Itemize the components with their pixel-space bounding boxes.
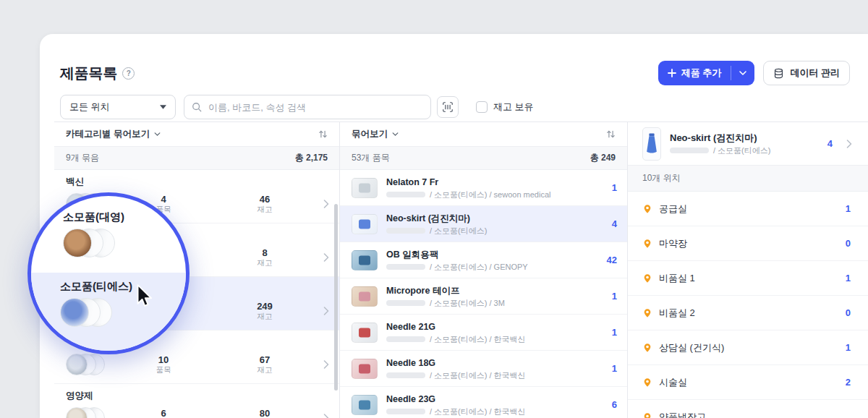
redacted-text bbox=[670, 148, 709, 153]
product-row[interactable]: Neo-skirt (검진치마)/ 소모품(티에스)4 bbox=[340, 206, 627, 242]
zoom-bubble: 소모품(대영) 소모품(티에스) bbox=[27, 192, 190, 354]
add-product-dropdown-button[interactable] bbox=[731, 61, 754, 85]
stock-count: 1 bbox=[612, 363, 617, 374]
redacted-text bbox=[386, 228, 425, 234]
scrollbar[interactable] bbox=[334, 204, 338, 391]
product-list: Nelaton 7 Fr/ 소모품(티에스) / sewoon medical1… bbox=[340, 170, 627, 418]
product-thumbnail bbox=[352, 323, 378, 343]
location-row[interactable]: 약품냉장고 bbox=[628, 400, 868, 418]
chevron-right-icon bbox=[323, 414, 329, 418]
sort-button[interactable] bbox=[605, 128, 617, 140]
location-pin-icon bbox=[642, 204, 652, 214]
help-icon[interactable]: ? bbox=[122, 67, 135, 80]
category-row[interactable]: 영양제6품목80재고 bbox=[54, 384, 339, 418]
chevron-right-icon bbox=[323, 360, 329, 369]
database-icon bbox=[773, 68, 784, 79]
header-actions: 제품 추가 데이터 관리 bbox=[658, 61, 850, 85]
add-product-button[interactable]: 제품 추가 bbox=[658, 61, 731, 85]
product-thumbnail bbox=[352, 250, 378, 270]
selected-product-row[interactable]: Neo-skirt (검진치마) / 소모품(티에스) 4 bbox=[628, 122, 868, 166]
product-row[interactable]: Needle 18G/ 소모품(티에스) / 한국백신1 bbox=[340, 351, 627, 387]
category-panel-header: 카테고리별 묶어보기 bbox=[54, 122, 339, 147]
stock-checkbox-label: 재고 보유 bbox=[493, 101, 534, 114]
sort-button[interactable] bbox=[317, 128, 329, 140]
product-info: Nelaton 7 Fr/ 소모품(티에스) / sewoon medical bbox=[386, 176, 603, 199]
search-icon bbox=[192, 102, 202, 112]
redacted-text bbox=[386, 336, 425, 342]
item-count: 10품목 bbox=[116, 354, 210, 375]
chevron-right-icon bbox=[846, 140, 852, 148]
product-info: Micropore 테이프/ 소모품(티에스) / 3M bbox=[386, 285, 603, 307]
sort-icon bbox=[318, 129, 328, 139]
location-stock-count: 0 bbox=[846, 238, 851, 249]
mouse-cursor bbox=[131, 283, 156, 307]
barcode-scan-icon bbox=[442, 101, 454, 113]
product-summary-bar: 53개 품목 총 249 bbox=[340, 147, 627, 170]
redacted-text bbox=[386, 372, 425, 378]
product-thumbnail bbox=[642, 127, 661, 161]
stock-count: 6 bbox=[612, 399, 617, 410]
group-by-category-button[interactable]: 카테고리별 묶어보기 bbox=[66, 128, 161, 140]
product-meta: / 소모품(티에스) / 한국백신 bbox=[430, 335, 526, 344]
chevron-down-icon bbox=[154, 132, 161, 136]
product-name: Neo-skirt (검진치마) bbox=[386, 213, 603, 224]
product-meta: / 소모품(티에스) / 3M bbox=[430, 299, 505, 307]
stock-count: 1 bbox=[612, 327, 617, 338]
location-pin-icon bbox=[642, 343, 652, 353]
selected-product-name: Neo-skirt (검진치마) bbox=[670, 132, 819, 144]
product-info: Needle 18G/ 소모품(티에스) / 한국백신 bbox=[386, 357, 603, 380]
location-row[interactable]: 비품실 20 bbox=[628, 296, 868, 330]
location-row[interactable]: 시술실2 bbox=[628, 365, 868, 400]
product-info: Neo-skirt (검진치마)/ 소모품(티에스) bbox=[386, 213, 603, 235]
product-name: Needle 18G bbox=[386, 357, 603, 369]
chevron-right-icon bbox=[323, 200, 329, 208]
location-pin-icon bbox=[642, 273, 652, 283]
location-row[interactable]: 상담실 (건기식)1 bbox=[628, 330, 868, 365]
stock-count: 1 bbox=[612, 291, 617, 302]
location-row[interactable]: 비품실 11 bbox=[628, 261, 868, 296]
product-thumbnail bbox=[352, 178, 378, 198]
caret-down-icon bbox=[160, 105, 166, 109]
location-filter-select[interactable]: 모든 위치 bbox=[60, 95, 176, 119]
data-manage-button[interactable]: 데이터 관리 bbox=[763, 61, 850, 85]
location-list: 공급실1마약장0비품실 11비품실 20상담실 (건기식)1시술실2약품냉장고 bbox=[628, 192, 868, 418]
location-name: 상담실 (건기식) bbox=[659, 341, 839, 354]
sort-icon bbox=[606, 129, 616, 139]
product-row[interactable]: Nelaton 7 Fr/ 소모품(티에스) / sewoon medical1 bbox=[340, 170, 627, 206]
product-row[interactable]: OB 일회용팩/ 소모품(티에스) / GENOPY42 bbox=[340, 242, 627, 278]
product-row[interactable]: Needle 21G/ 소모품(티에스) / 한국백신1 bbox=[340, 315, 627, 351]
redacted-text bbox=[386, 192, 425, 197]
product-panel-header: 묶어보기 bbox=[340, 122, 627, 147]
location-row[interactable]: 공급실1 bbox=[628, 192, 868, 226]
product-meta: / 소모품(티에스) / 한국백신 bbox=[430, 371, 526, 380]
stock-filter[interactable]: 재고 보유 bbox=[476, 101, 534, 114]
group-by-category-label: 카테고리별 묶어보기 bbox=[66, 128, 150, 140]
item-count: 6품목 bbox=[116, 408, 210, 418]
redacted-text bbox=[386, 409, 425, 414]
location-row[interactable]: 마약장0 bbox=[628, 226, 868, 261]
product-thumbnail bbox=[352, 359, 378, 379]
location-stock-count: 1 bbox=[846, 342, 851, 353]
category-name: 소모품(티에스) bbox=[60, 279, 132, 293]
group-by-button[interactable]: 묶어보기 bbox=[352, 128, 399, 140]
location-stock-count: 1 bbox=[846, 273, 851, 283]
redacted-text bbox=[386, 300, 425, 306]
search-input[interactable] bbox=[207, 101, 423, 114]
location-name: 시술실 bbox=[659, 376, 839, 389]
product-name: Needle 21G bbox=[386, 321, 603, 333]
product-row[interactable]: Micropore 테이프/ 소모품(티에스) / 3M1 bbox=[340, 278, 627, 315]
category-name: 소모품(대영) bbox=[63, 210, 124, 223]
category-count: 9개 묶음 bbox=[66, 152, 99, 164]
stock-count: 249재고 bbox=[210, 301, 319, 321]
product-thumbnail bbox=[352, 286, 378, 307]
stock-count: 1 bbox=[612, 182, 617, 193]
locations-header-bar: 10개 위치 bbox=[628, 166, 868, 192]
product-row[interactable]: Needle 23G/ 소모품(티에스) / 한국백신6 bbox=[340, 387, 627, 418]
barcode-scan-button[interactable] bbox=[437, 96, 459, 118]
search-box[interactable] bbox=[184, 95, 431, 119]
category-total: 총 2,175 bbox=[295, 152, 328, 164]
product-name: Needle 23G bbox=[386, 393, 603, 405]
stock-checkbox[interactable] bbox=[476, 101, 488, 113]
product-count: 53개 품목 bbox=[352, 152, 390, 164]
selected-product-stock: 4 bbox=[827, 138, 833, 149]
